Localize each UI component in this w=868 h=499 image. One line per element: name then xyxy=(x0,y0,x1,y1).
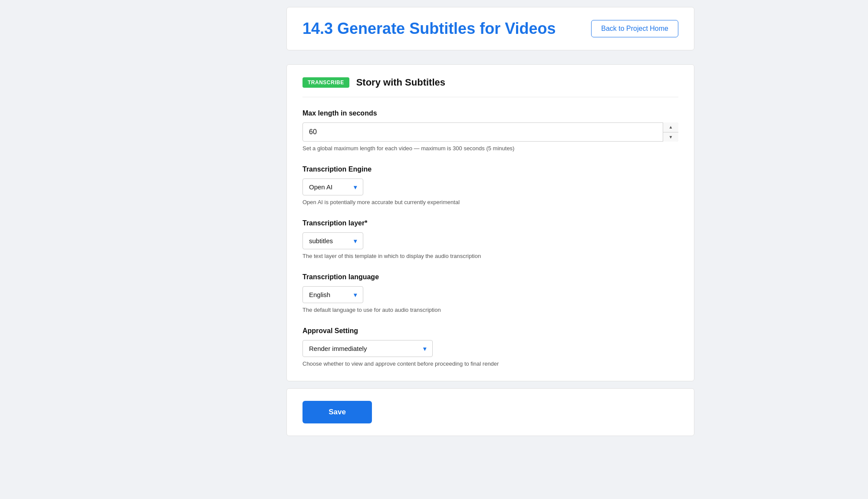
max-length-label: Max length in seconds xyxy=(302,109,678,117)
transcription-language-dropdown[interactable]: English ▾ xyxy=(302,286,363,303)
story-header: TRANSCRIBE Story with Subtitles xyxy=(302,77,678,97)
back-to-project-button[interactable]: Back to Project Home xyxy=(591,20,678,37)
story-card: TRANSCRIBE Story with Subtitles Max leng… xyxy=(286,64,694,381)
transcription-engine-group: Transcription Engine Open AI ▾ Open AI i… xyxy=(302,165,678,205)
transcription-language-group: Transcription language English ▾ The def… xyxy=(302,273,678,313)
approval-setting-hint: Choose whether to view and approve conte… xyxy=(302,360,678,367)
transcription-layer-dropdown[interactable]: subtitles ▾ xyxy=(302,232,363,249)
transcription-language-label: Transcription language xyxy=(302,273,678,281)
form-section: Max length in seconds ▲ ▼ Set a globa xyxy=(302,97,678,367)
transcription-language-value: English xyxy=(309,291,330,298)
chevron-down-icon: ▾ xyxy=(354,291,357,298)
transcription-engine-label: Transcription Engine xyxy=(302,165,678,173)
max-length-input-wrapper: ▲ ▼ xyxy=(302,122,678,142)
transcribe-badge: TRANSCRIBE xyxy=(302,77,349,88)
save-button[interactable]: Save xyxy=(302,401,372,423)
max-length-group: Max length in seconds ▲ ▼ Set a globa xyxy=(302,109,678,152)
story-title: Story with Subtitles xyxy=(356,77,445,88)
header-card: 14.3 Generate Subtitles for Videos Back … xyxy=(286,7,694,50)
max-length-hint: Set a global maximum length for each vid… xyxy=(302,145,678,152)
max-length-input[interactable] xyxy=(302,122,678,142)
transcription-layer-label: Transcription layer* xyxy=(302,219,678,227)
approval-setting-dropdown[interactable]: Render immediately ▾ xyxy=(302,340,433,357)
transcription-engine-dropdown[interactable]: Open AI ▾ xyxy=(302,178,363,195)
transcription-layer-hint: The text layer of this template in which… xyxy=(302,253,678,259)
stepper-down-icon: ▼ xyxy=(669,135,673,139)
chevron-down-icon: ▾ xyxy=(354,238,357,245)
approval-setting-group: Approval Setting Render immediately ▾ Ch… xyxy=(302,327,678,367)
approval-setting-value: Render immediately xyxy=(309,345,367,352)
save-card: Save xyxy=(286,388,694,436)
stepper-up-icon: ▲ xyxy=(669,125,673,129)
chevron-down-icon: ▾ xyxy=(423,345,426,352)
transcription-layer-group: Transcription layer* subtitles ▾ The tex… xyxy=(302,219,678,259)
stepper-up-button[interactable]: ▲ xyxy=(663,122,678,132)
main-area: TRANSCRIBE Story with Subtitles Max leng… xyxy=(286,64,694,436)
transcription-layer-value: subtitles xyxy=(309,237,333,245)
chevron-down-icon: ▾ xyxy=(354,184,357,191)
transcription-engine-hint: Open AI is potentially more accurate but… xyxy=(302,199,678,205)
stepper-down-button[interactable]: ▼ xyxy=(663,132,678,142)
number-stepper: ▲ ▼ xyxy=(663,122,678,142)
transcription-language-hint: The default language to use for auto aud… xyxy=(302,307,678,313)
approval-setting-label: Approval Setting xyxy=(302,327,678,335)
transcription-engine-value: Open AI xyxy=(309,183,332,191)
page-title: 14.3 Generate Subtitles for Videos xyxy=(302,20,556,38)
